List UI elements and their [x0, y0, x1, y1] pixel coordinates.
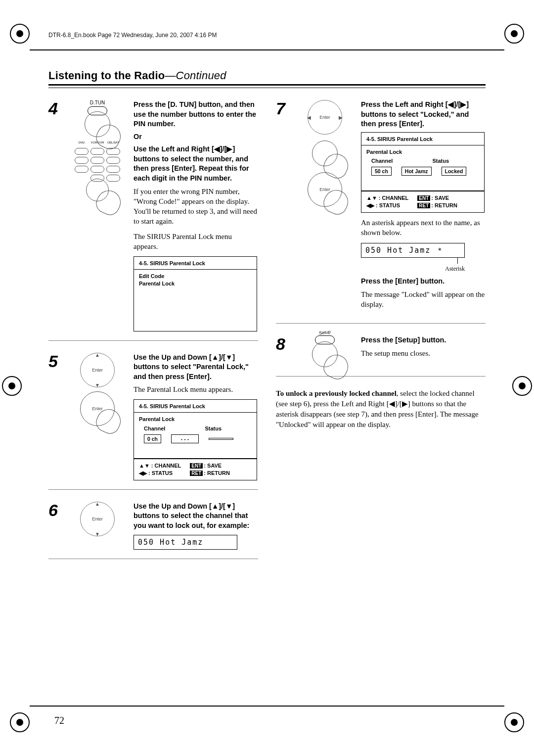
step-4-lead-1: Press the [D. TUN] button, and then use … [134, 100, 258, 129]
cell-name: - - - [171, 434, 199, 443]
cell-status: Locked [442, 167, 467, 176]
col-channel: Channel [144, 425, 165, 432]
key-label: DVD [75, 141, 89, 144]
hand-press-icon [85, 111, 110, 137]
callout-line [457, 258, 458, 264]
step-4: 4 D.TUN DVD VCR/DVR [48, 100, 258, 341]
foot-label: : RETURN [204, 470, 230, 476]
menu-item: Parental Lock [139, 280, 252, 287]
step-5: 5 ▲▼Enter Enter Use the Up and Down [▲]/… [48, 353, 258, 490]
print-header: DTR-6.8_En.book Page 72 Wednesday, June … [48, 32, 217, 39]
step-4-or: Or [134, 132, 258, 142]
step-4-body-2: The SIRIUS Parental Lock menu appears. [134, 232, 258, 252]
foot-label: : STATUS [148, 470, 173, 476]
step-number: 7 [276, 100, 289, 314]
crop-mark-icon [504, 712, 524, 732]
crop-mark-icon [512, 376, 532, 396]
number-pad-icon [75, 148, 120, 182]
step-7-lead-2: Press the [Enter] button. [361, 277, 486, 286]
step-7-body-2: The message "Locked" will appear on the … [361, 289, 486, 310]
step-number: 5 [48, 353, 61, 480]
col-channel: Channel [371, 157, 393, 165]
cell-channel: 0 ch [144, 434, 161, 443]
menu-subtitle: Parental Lock [366, 148, 479, 156]
step-8: 8 Setup Press the [Setup] button. The se… [276, 335, 486, 377]
step-4-body-1: If you enter the wrong PIN number, "Wron… [134, 187, 258, 227]
parental-lock-menu: 4-5. SIRIUS Parental Lock Parental Lock … [361, 132, 485, 213]
arrows-lr-icon: ◀▶ [139, 470, 147, 476]
hand-press-icon: Enter [80, 391, 115, 426]
cell-name: Hot Jamz [401, 167, 432, 176]
step-5-lead: Use the Up and Down [▲]/[▼] buttons to s… [134, 353, 258, 382]
arrows-ud-icon: ▲▼ [139, 463, 150, 469]
step-4-illustration: D.TUN DVD VCR/DVR CBL/SAT [68, 100, 127, 331]
menu-title: 4-5. SIRIUS Parental Lock [134, 257, 257, 270]
dpad-icon: ▲▼Enter [80, 353, 115, 387]
sirius-menu-card: 4-5. SIRIUS Parental Lock Edit Code Pare… [134, 256, 257, 331]
crop-line [30, 706, 504, 707]
crop-mark-icon [10, 24, 30, 44]
page-number: 72 [54, 715, 64, 726]
ent-tag: ENT [190, 463, 203, 469]
step-7-lead: Press the Left and Right [◀]/[▶] buttons… [361, 100, 486, 129]
unlock-bold: To unlock a previously locked channel [276, 389, 397, 397]
foot-label: : STATUS [376, 202, 400, 208]
menu-item: Edit Code [139, 273, 252, 280]
arrows-lr-icon: ◀▶ [366, 202, 374, 208]
step-8-body: The setup menu closes. [361, 348, 486, 358]
lcd-display: 050 Hot Jamz [134, 535, 237, 550]
section-title-continued: —Continued [165, 69, 226, 82]
dtun-label: D.TUN [85, 100, 110, 105]
col-status: Status [205, 425, 222, 432]
menu-title: 4-5. SIRIUS Parental Lock [134, 400, 257, 413]
step-number: 8 [276, 335, 289, 367]
ret-tag: RET [190, 471, 203, 476]
hand-press-icon [86, 179, 109, 201]
step-4-lead-2: Use the Left and Right [◀]/[▶] buttons t… [134, 144, 258, 183]
asterisk-label: Asterisk [361, 265, 465, 273]
step-7-illustration: ◀▶Enter Enter [296, 100, 354, 314]
unlock-paragraph: To unlock a previously locked channel, s… [276, 388, 486, 430]
crop-mark-icon [2, 376, 22, 396]
crop-line [30, 49, 504, 50]
menu-subtitle: Parental Lock [139, 416, 252, 423]
menu-title: 4-5. SIRIUS Parental Lock [361, 133, 484, 145]
ent-tag: ENT [417, 195, 430, 201]
section-title: Listening to the Radio—Continued [48, 69, 486, 82]
dpad-icon: ◀▶Enter [308, 100, 342, 135]
section-title-main: Listening to the Radio [48, 69, 165, 82]
lcd-display: 050 Hot Jamz ＊ [361, 243, 465, 258]
col-status: Status [432, 157, 449, 165]
foot-label: : SAVE [431, 195, 449, 201]
foot-label: : SAVE [204, 463, 222, 469]
enter-press-icon: Enter [308, 172, 342, 207]
step-6: 6 ▲▼Enter Use the Up and Down [▲]/[▼] bu… [48, 502, 258, 559]
step-number: 6 [48, 502, 61, 550]
title-rule-thin [48, 88, 486, 88]
setup-label: Setup [319, 329, 331, 335]
step-6-illustration: ▲▼Enter [68, 502, 127, 550]
ret-tag: RET [417, 203, 430, 208]
hand-press-icon [312, 341, 338, 367]
parental-lock-menu: 4-5. SIRIUS Parental Lock Parental Lock … [134, 399, 257, 480]
hand-press-icon [312, 141, 338, 166]
step-8-lead: Press the [Setup] button. [361, 335, 486, 345]
step-number: 4 [48, 100, 61, 331]
step-5-illustration: ▲▼Enter Enter [68, 353, 127, 480]
step-6-lead: Use the Up and Down [▲]/[▼] buttons to s… [134, 502, 258, 531]
foot-label: : CHANNEL [379, 195, 409, 201]
step-7: 7 ◀▶Enter Enter Press the Left and Right… [276, 100, 486, 324]
crop-mark-icon [10, 712, 30, 732]
foot-label: : RETURN [431, 202, 457, 208]
dpad-icon: ▲▼Enter [80, 502, 115, 536]
step-7-body-1: An asterisk appears next to the name, as… [361, 218, 486, 238]
title-rule [48, 84, 486, 86]
step-8-illustration: Setup [296, 335, 354, 367]
step-5-body: The Parental Lock menu appears. [134, 384, 258, 394]
crop-mark-icon [504, 24, 524, 44]
foot-label: : CHANNEL [151, 463, 181, 469]
cell-status [209, 438, 233, 440]
cell-channel: 50 ch [371, 167, 392, 176]
arrows-ud-icon: ▲▼ [366, 195, 377, 201]
